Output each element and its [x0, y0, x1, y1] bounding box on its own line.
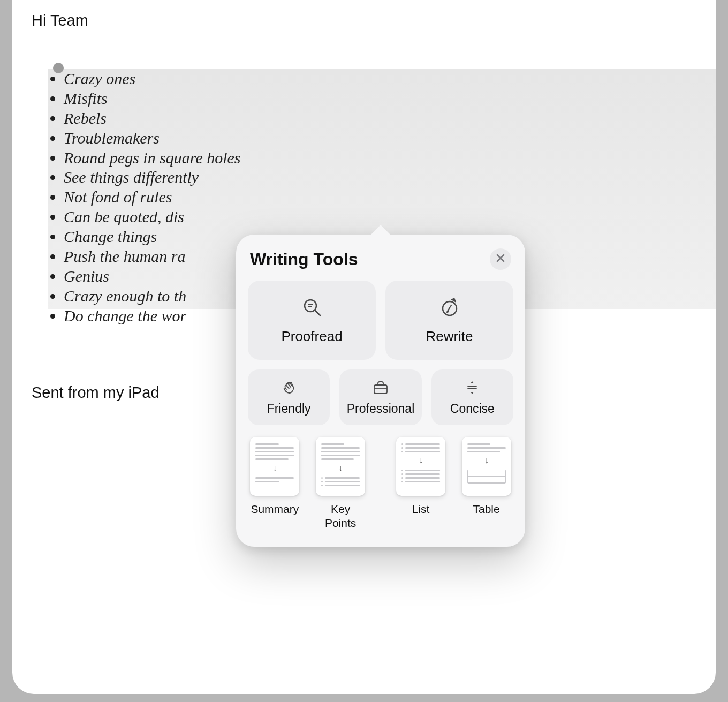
concise-button[interactable]: Concise	[431, 369, 513, 425]
list-card[interactable]: ↓	[396, 437, 445, 496]
mini-table-icon	[467, 470, 506, 484]
briefcase-icon	[372, 379, 389, 396]
keypoints-card[interactable]: ↓	[316, 437, 365, 496]
concise-label: Concise	[450, 402, 495, 416]
arrow-down-icon: ↓	[467, 456, 506, 465]
arrow-down-icon: ↓	[401, 456, 440, 465]
concise-icon	[464, 379, 481, 396]
list-item[interactable]: Crazy ones	[64, 69, 696, 89]
friendly-button[interactable]: Friendly	[248, 369, 330, 425]
svg-line-1	[315, 311, 320, 315]
rewrite-label: Rewrite	[426, 328, 473, 345]
list-item[interactable]: Troublemakers	[64, 129, 696, 148]
proofread-label: Proofread	[281, 328, 342, 345]
svg-rect-5	[374, 385, 387, 394]
table-card[interactable]: ↓	[462, 437, 511, 496]
vertical-separator	[381, 465, 381, 508]
close-button[interactable]	[490, 248, 511, 270]
list-item[interactable]: See things differently	[64, 168, 696, 187]
summary-label: Summary	[251, 502, 299, 516]
rewrite-button[interactable]: Rewrite	[385, 281, 513, 360]
writing-tools-popover: Writing Tools Proofread	[236, 235, 525, 547]
popover-title: Writing Tools	[250, 250, 358, 269]
list-item[interactable]: Misfits	[64, 89, 696, 109]
list-label: List	[412, 502, 430, 516]
list-item[interactable]: Round pegs in square holes	[64, 148, 696, 168]
summary-card[interactable]: ↓	[250, 437, 299, 496]
keypoints-label: Key Points	[315, 502, 367, 531]
wave-icon	[280, 379, 298, 396]
list-item[interactable]: Can be quoted, dis	[64, 207, 696, 227]
arrow-down-icon: ↓	[255, 464, 294, 472]
email-compose-sheet: Hi Team Crazy ones Misfits Rebels Troubl…	[12, 0, 716, 694]
proofread-button[interactable]: Proofread	[248, 281, 376, 360]
list-item[interactable]: Rebels	[64, 109, 696, 129]
svg-point-0	[305, 300, 316, 312]
professional-label: Professional	[347, 402, 415, 416]
close-icon	[496, 253, 505, 266]
arrow-down-icon: ↓	[321, 464, 360, 472]
friendly-label: Friendly	[267, 402, 311, 416]
professional-button[interactable]: Professional	[339, 369, 421, 425]
greeting-text[interactable]: Hi Team	[32, 12, 696, 29]
table-label: Table	[473, 502, 500, 516]
selection-handle-start[interactable]	[53, 63, 64, 73]
list-item[interactable]: Not fond of rules	[64, 187, 696, 207]
magnifier-icon	[301, 296, 323, 319]
rewrite-icon	[438, 296, 461, 319]
